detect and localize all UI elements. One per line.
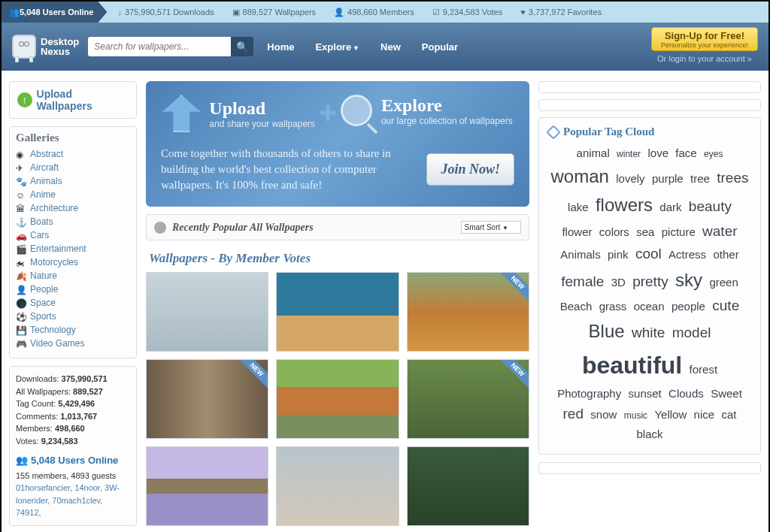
tag[interactable]: trees	[717, 170, 748, 186]
logo[interactable]: DesktopNexus	[12, 35, 79, 59]
tag[interactable]: sky	[675, 270, 702, 290]
tag[interactable]: people	[671, 300, 705, 313]
nav-popular[interactable]: Popular	[422, 41, 458, 53]
nav-home[interactable]: Home	[267, 41, 294, 53]
gallery-link[interactable]: Motorcycles	[30, 257, 78, 268]
gallery-item[interactable]: 🐾Animals	[16, 174, 130, 188]
wallpaper-thumb[interactable]: NEW	[146, 359, 268, 439]
tag[interactable]: Photography	[557, 387, 621, 400]
tag[interactable]: music	[624, 410, 647, 421]
tag[interactable]: cool	[635, 246, 662, 261]
tag[interactable]: female	[561, 274, 604, 289]
upload-wallpapers-button[interactable]: ↑ Upload Wallpapers	[9, 81, 137, 119]
gallery-item[interactable]: ◉Abstract	[16, 147, 130, 161]
tag[interactable]: flower	[562, 225, 592, 238]
tag[interactable]: Clouds	[668, 387, 704, 400]
tag[interactable]: black	[636, 428, 662, 440]
tag[interactable]: ocean	[634, 300, 665, 313]
login-link[interactable]: Or login to your account »	[651, 54, 758, 63]
gallery-link[interactable]: Anime	[30, 189, 56, 200]
tag[interactable]: 3D	[611, 276, 626, 289]
gallery-link[interactable]: Cars	[30, 230, 49, 240]
tag[interactable]: cat	[721, 408, 736, 421]
wallpaper-thumb[interactable]	[276, 359, 399, 439]
gallery-item[interactable]: 🍂Nature	[16, 269, 130, 283]
tag[interactable]: red	[563, 406, 584, 422]
tag[interactable]: beauty	[689, 198, 732, 214]
signup-button[interactable]: Sign-Up for Free! Personalize your exper…	[651, 27, 758, 51]
gallery-item[interactable]: 🏛Architecture	[16, 201, 130, 215]
tag[interactable]: sea	[636, 225, 654, 238]
tag[interactable]: picture	[662, 225, 696, 238]
tag[interactable]: tree	[690, 172, 710, 185]
sort-select[interactable]: Smart Sort ▼	[461, 221, 522, 234]
tag[interactable]: pretty	[632, 274, 668, 289]
tag[interactable]: love	[647, 147, 668, 159]
tag[interactable]: water	[702, 223, 737, 239]
gallery-item[interactable]: 🎮Video Games	[16, 337, 130, 350]
tag[interactable]: Animals	[560, 248, 600, 261]
tag[interactable]: Yellow	[654, 408, 687, 421]
gallery-link[interactable]: Entertainment	[30, 243, 86, 254]
nav-explore[interactable]: Explore▼	[315, 41, 359, 53]
search-button[interactable]: 🔍	[231, 37, 253, 56]
gallery-item[interactable]: ⚓Boats	[16, 215, 130, 228]
tag[interactable]: purple	[652, 172, 684, 185]
tag[interactable]: cute	[712, 298, 739, 313]
tag[interactable]: sunset	[629, 387, 662, 400]
gallery-item[interactable]: ⚽Sports	[16, 310, 130, 323]
search-input[interactable]	[88, 37, 231, 56]
gallery-link[interactable]: Space	[30, 298, 56, 308]
gallery-item[interactable]: 🚗Cars	[16, 228, 130, 242]
tag[interactable]: eyes	[704, 149, 723, 159]
wallpaper-thumb[interactable]	[407, 446, 529, 526]
gallery-link[interactable]: Architecture	[30, 203, 78, 213]
gallery-link[interactable]: Aircraft	[30, 162, 59, 173]
tag[interactable]: Sweet	[711, 387, 742, 400]
gallery-link[interactable]: Abstract	[30, 149, 63, 159]
gallery-item[interactable]: ☺Anime	[16, 188, 130, 201]
tag[interactable]: white	[632, 325, 665, 340]
gallery-item[interactable]: 🌑Space	[16, 296, 130, 310]
tag[interactable]: snow	[590, 408, 617, 421]
gallery-link[interactable]: Technology	[30, 325, 76, 335]
tag[interactable]: pink	[608, 248, 629, 261]
tag[interactable]: Beach	[560, 300, 593, 313]
gallery-item[interactable]: ✈Aircraft	[16, 161, 130, 174]
tag[interactable]: other	[713, 248, 738, 261]
tag[interactable]: model	[672, 325, 711, 340]
join-now-button[interactable]: Join Now!	[426, 153, 514, 186]
tag[interactable]: lake	[568, 201, 589, 213]
gallery-link[interactable]: Video Games	[30, 338, 85, 349]
wallpaper-thumb[interactable]	[146, 272, 268, 352]
gallery-link[interactable]: People	[30, 284, 58, 295]
gallery-link[interactable]: Sports	[30, 311, 56, 322]
wallpaper-thumb[interactable]	[146, 446, 268, 526]
nav-new[interactable]: New	[380, 41, 401, 53]
gallery-link[interactable]: Boats	[30, 216, 53, 227]
gallery-item[interactable]: 🏍Motorcycles	[16, 255, 130, 269]
gallery-link[interactable]: Animals	[30, 176, 62, 186]
tag[interactable]: beautiful	[582, 352, 682, 379]
tag[interactable]: animal	[577, 147, 610, 159]
tag[interactable]: woman	[551, 166, 609, 186]
tag[interactable]: face	[675, 147, 696, 159]
tag[interactable]: Actress	[668, 248, 706, 261]
wallpaper-thumb[interactable]	[276, 446, 399, 526]
tag[interactable]: Blue	[589, 321, 625, 341]
gallery-item[interactable]: 👤People	[16, 283, 130, 296]
tag[interactable]: nice	[694, 408, 715, 421]
gallery-item[interactable]: 💾Technology	[16, 323, 130, 337]
tag[interactable]: lovely	[616, 172, 644, 185]
tag[interactable]: colors	[599, 225, 629, 238]
wallpaper-thumb[interactable]: NEW	[407, 359, 529, 439]
tag[interactable]: forest	[690, 363, 718, 376]
tag[interactable]: winter	[617, 149, 641, 159]
tag[interactable]: flowers	[596, 195, 653, 215]
tag[interactable]: grass	[599, 300, 627, 313]
wallpaper-thumb[interactable]	[276, 272, 399, 352]
gallery-link[interactable]: Nature	[30, 271, 57, 281]
gallery-item[interactable]: 🎬Entertainment	[16, 242, 130, 255]
tag[interactable]: green	[709, 276, 738, 289]
wallpaper-thumb[interactable]: NEW	[407, 272, 529, 352]
